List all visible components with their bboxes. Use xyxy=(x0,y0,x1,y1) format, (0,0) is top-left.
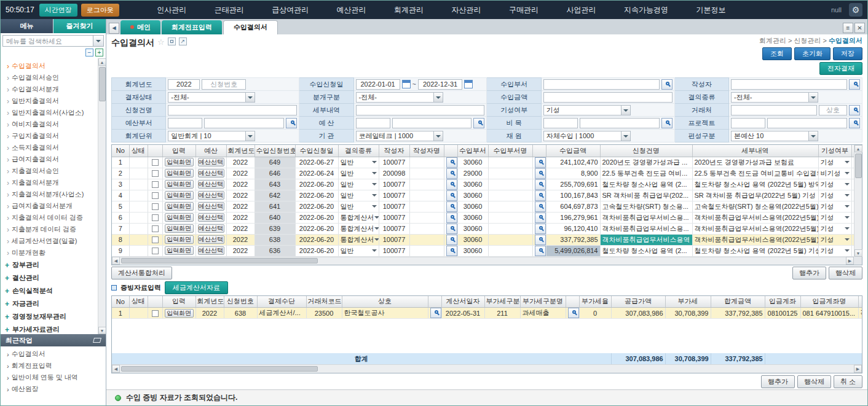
scrollbar-thumb[interactable] xyxy=(855,154,862,178)
scroll-down-icon[interactable]: ▼ xyxy=(854,249,862,257)
name-input[interactable] xyxy=(204,118,284,128)
cell-select[interactable]: 기성 xyxy=(821,202,850,211)
top-menu-1[interactable]: 근태관리 xyxy=(208,2,250,18)
sidebar-item[interactable]: ›일반지출결의서(사업소) xyxy=(1,107,97,119)
cell-select[interactable]: 통합계산서 xyxy=(341,235,377,244)
recent-item[interactable]: ›일반이체 연동 및 내역 xyxy=(1,372,106,383)
top-menu-6[interactable]: 구매관리 xyxy=(503,2,545,18)
save-button[interactable]: 저장 xyxy=(833,47,862,60)
cell-select[interactable]: 통합계산서 xyxy=(341,213,377,222)
input-screen-button[interactable]: 입력화면 xyxy=(165,158,194,166)
text-input[interactable] xyxy=(731,79,847,90)
code-input[interactable] xyxy=(168,118,202,128)
sidebar-item[interactable]: ›소득지출결의서 xyxy=(1,142,97,154)
sidebar-item[interactable]: ›여비지출결의서 xyxy=(1,119,97,130)
calendar-icon[interactable] xyxy=(402,80,411,88)
top-menu-9[interactable]: 기본정보 xyxy=(690,2,732,18)
sidebar-item[interactable]: ›미분개현황 xyxy=(1,247,97,259)
logout-button[interactable]: 로그아웃 xyxy=(81,4,119,17)
input-screen-button[interactable]: 입력화면 xyxy=(165,309,194,318)
search-icon[interactable] xyxy=(446,168,457,179)
top-menu-5[interactable]: 자산관리 xyxy=(446,2,487,18)
table-row[interactable]: 2입력화면예산선택20226462022-06-24일반200098290008… xyxy=(112,168,854,179)
cell-select[interactable]: 일반 xyxy=(341,169,377,178)
settings-gear-icon[interactable]: ⚙ xyxy=(849,3,862,17)
vendor-type-input[interactable]: 상호 xyxy=(819,105,847,115)
delete-row-button[interactable]: 행삭제 xyxy=(829,267,862,279)
scroll-right-icon[interactable]: ▶ xyxy=(846,257,854,265)
clear-recent-icon[interactable] xyxy=(93,338,101,343)
top-menu-7[interactable]: 사업관리 xyxy=(560,2,602,18)
cell-select[interactable]: 일반 xyxy=(341,202,377,211)
budget-select-button[interactable]: 예산선택 xyxy=(198,202,224,211)
select-box[interactable]: -전체- xyxy=(168,92,255,103)
chevron-down-icon[interactable] xyxy=(93,36,103,46)
doc-tab[interactable]: 회계전표입력 xyxy=(162,20,222,34)
sidebar-group[interactable]: +자금관리 xyxy=(1,297,97,310)
cell-select[interactable]: 기성 xyxy=(821,235,850,244)
add-row-button[interactable]: 행추가 xyxy=(792,267,826,279)
tax-invoice-button[interactable]: 세금계산서자료 xyxy=(165,281,228,294)
sidebar-group[interactable]: +결산관리 xyxy=(1,271,97,284)
scroll-up-icon[interactable]: ▲ xyxy=(854,145,862,152)
cell-select[interactable]: 기성 xyxy=(821,224,850,233)
search-icon[interactable] xyxy=(849,105,860,115)
table-row[interactable]: 8입력화면예산선택20226382022-06-20통합계산서100077300… xyxy=(112,234,854,245)
sidebar-scrollbar[interactable]: ▲ ▼ xyxy=(98,58,106,334)
cell-select[interactable]: 기성 xyxy=(821,180,850,189)
search-icon[interactable] xyxy=(446,224,457,234)
sidebar-item[interactable]: ›일반지출결의서 xyxy=(1,95,97,107)
calendar-icon[interactable] xyxy=(464,80,473,88)
sidebar-item[interactable]: ›지출결의서분개 xyxy=(1,177,97,189)
extend-time-button[interactable]: 시간연장 xyxy=(39,4,77,17)
row-checkbox[interactable] xyxy=(152,248,159,254)
table-row[interactable]: 4입력화면예산선택20226422022-06-20일반100077300601… xyxy=(112,190,854,201)
sidebar-group[interactable]: +부가세자료관리 xyxy=(1,323,97,334)
search-icon[interactable] xyxy=(535,246,546,256)
sidebar-item[interactable]: ›지출결의서승인 xyxy=(1,165,97,177)
search-icon[interactable] xyxy=(446,179,457,190)
vendor-input[interactable] xyxy=(731,105,817,115)
sidebar-tab-favorites[interactable]: 즐겨찾기 xyxy=(53,19,106,33)
row-checkbox[interactable] xyxy=(152,159,159,166)
fiscal-year-input[interactable]: 2022 xyxy=(168,79,200,90)
cell-select[interactable]: 기성 xyxy=(821,158,850,167)
row-checkbox[interactable] xyxy=(152,236,159,243)
sidebar-tab-menu[interactable]: 메뉴 xyxy=(1,19,53,33)
select-box[interactable]: 자체수입 | 1000 xyxy=(543,131,631,141)
collapse-all-button[interactable]: − xyxy=(85,49,93,57)
cell-select[interactable]: 기성 xyxy=(821,246,850,256)
search-icon[interactable] xyxy=(535,168,546,179)
search-icon[interactable] xyxy=(568,308,579,318)
search-button[interactable]: 조회 xyxy=(762,47,792,60)
recent-item[interactable]: ›예산원장 xyxy=(1,383,106,395)
input-screen-button[interactable]: 입력화면 xyxy=(165,169,194,178)
search-icon[interactable] xyxy=(286,118,297,128)
text-input[interactable] xyxy=(356,105,485,115)
cell-select[interactable]: 일반 xyxy=(341,158,377,167)
row-checkbox[interactable] xyxy=(152,310,159,317)
search-icon[interactable] xyxy=(446,246,457,256)
table-row[interactable]: 9입력화면예산선택20226362022-06-20일반100077300605… xyxy=(112,245,854,256)
open-new-icon[interactable]: ↗ xyxy=(179,37,187,45)
input-screen-button[interactable]: 입력화면 xyxy=(165,235,194,244)
search-icon[interactable] xyxy=(446,201,457,212)
sidebar-item[interactable]: ›지출결의서 데이터 검증 xyxy=(1,212,97,224)
text-input[interactable] xyxy=(543,92,673,103)
search-icon[interactable] xyxy=(849,118,860,128)
search-icon[interactable] xyxy=(430,308,441,318)
delete-row-button[interactable]: 행삭제 xyxy=(797,375,831,388)
input-screen-button[interactable]: 입력화면 xyxy=(165,191,194,200)
top-menu-3[interactable]: 예산관리 xyxy=(331,2,373,18)
row-checkbox[interactable] xyxy=(152,225,159,232)
row-checkbox[interactable] xyxy=(152,214,159,221)
input-screen-button[interactable]: 입력화면 xyxy=(165,180,194,189)
expand-all-button[interactable]: + xyxy=(95,49,103,57)
sidebar-item[interactable]: ›지출결의서분개(사업소) xyxy=(1,189,97,200)
top-menu-0[interactable]: 인사관리 xyxy=(151,2,192,18)
search-icon[interactable] xyxy=(535,179,546,190)
search-icon[interactable] xyxy=(535,157,546,168)
name-input[interactable] xyxy=(392,118,472,128)
scrollbar-thumb[interactable] xyxy=(99,67,106,101)
search-icon[interactable] xyxy=(446,157,457,168)
